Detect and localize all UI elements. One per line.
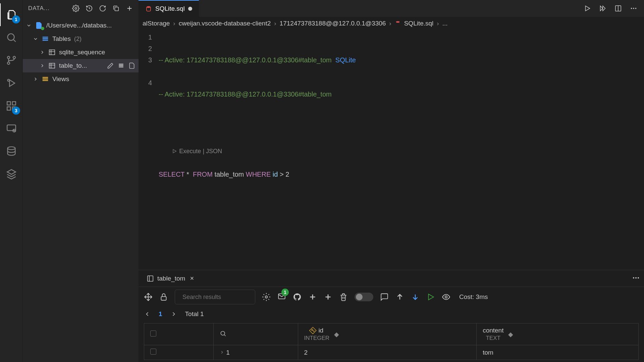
svg-point-32: [633, 277, 634, 279]
search-input[interactable]: [182, 294, 260, 301]
activity-database[interactable]: [0, 140, 23, 163]
run-query-icon[interactable]: [426, 293, 435, 301]
row-checkbox[interactable]: [144, 345, 214, 360]
cell-content[interactable]: tom: [477, 345, 639, 360]
svg-point-30: [396, 21, 399, 23]
columns-icon[interactable]: [118, 62, 124, 69]
copy-icon[interactable]: [112, 5, 120, 12]
chevron-right-icon: [33, 76, 38, 82]
table-item-table-tom[interactable]: table_to...: [23, 59, 139, 72]
remote-icon: [6, 123, 17, 134]
checkbox-header[interactable]: [144, 323, 214, 345]
table-row[interactable]: 1 2 tom: [144, 345, 639, 360]
crumb[interactable]: alStorage: [143, 20, 170, 27]
tables-icon: [42, 35, 49, 43]
comment-icon[interactable]: [380, 293, 389, 301]
prev-page-icon[interactable]: [144, 311, 151, 317]
mail-button[interactable]: 1: [277, 292, 286, 302]
search-icon: [6, 32, 17, 43]
views-label: Views: [52, 75, 69, 83]
svg-point-39: [445, 296, 447, 298]
history-icon[interactable]: [86, 5, 93, 12]
svg-rect-7: [7, 107, 10, 110]
column-header-id[interactable]: ⚿id INTEGER ◆: [298, 323, 477, 345]
sort-icon[interactable]: ◆: [334, 330, 339, 338]
next-page-icon[interactable]: [170, 311, 177, 317]
editor-tabs: SQLite.sql: [139, 0, 644, 17]
chevron-right-icon: ›: [389, 20, 391, 27]
cell-id[interactable]: 2: [298, 345, 477, 360]
svg-point-3: [13, 56, 15, 59]
mail-badge: 1: [281, 289, 289, 296]
sidebar-title: DATA...: [28, 5, 68, 12]
column-header-content[interactable]: content TEXT ◆: [477, 323, 639, 345]
activity-extensions[interactable]: 3: [0, 95, 23, 117]
results-tabs: table_tom ×: [139, 270, 644, 287]
move-icon[interactable]: [144, 293, 153, 301]
eye-icon[interactable]: [442, 293, 450, 301]
sidebar-actions: [72, 5, 133, 12]
search-header[interactable]: [213, 323, 298, 345]
chevron-right-icon: ›: [173, 20, 175, 27]
chevron-right-icon: [220, 350, 224, 355]
sort-icon[interactable]: ◆: [508, 330, 513, 338]
github-icon[interactable]: [293, 293, 302, 301]
activity-bar: 1 3: [0, 0, 23, 362]
plus-icon[interactable]: [126, 5, 133, 12]
svg-rect-20: [119, 65, 123, 66]
chevron-right-icon: ›: [274, 20, 276, 27]
svg-point-11: [8, 147, 15, 150]
activity-explorer[interactable]: 1: [0, 3, 23, 26]
sqlite-link[interactable]: SQLite: [335, 56, 356, 64]
connection-node[interactable]: /Users/eve.../databas...: [23, 19, 139, 32]
crumb[interactable]: SQLite.sql: [404, 20, 434, 27]
crumb[interactable]: 1712473783188@@127.0.0.1@3306: [280, 20, 386, 27]
lock-icon[interactable]: [159, 293, 168, 301]
crumb[interactable]: cweijan.vscode-database-client2: [179, 20, 271, 27]
files-badge: 1: [12, 15, 20, 23]
gear-icon[interactable]: [72, 5, 79, 12]
extensions-badge: 3: [12, 107, 20, 115]
table-icon: [48, 62, 56, 69]
activity-layers[interactable]: [0, 163, 23, 186]
svg-point-4: [8, 79, 10, 81]
trash-icon[interactable]: [339, 293, 348, 301]
column-type: INTEGER: [304, 335, 330, 342]
svg-rect-21: [119, 67, 123, 68]
close-icon[interactable]: ×: [190, 275, 194, 282]
editor-tab-sqlite[interactable]: SQLite.sql: [139, 0, 199, 17]
run-all-icon[interactable]: [599, 5, 606, 12]
gear-icon[interactable]: [262, 293, 271, 301]
activity-remote[interactable]: [0, 117, 23, 140]
split-editor-icon[interactable]: [614, 5, 622, 12]
table-name: table_to...: [59, 62, 87, 69]
arrow-down-icon[interactable]: [411, 293, 420, 301]
arrow-up-icon[interactable]: [395, 293, 404, 301]
add-row-icon[interactable]: [308, 293, 317, 301]
code-editor[interactable]: 1234 -- Active: 1712473783188@@127.0.0.1…: [139, 30, 644, 270]
table-item-sqlite-sequence[interactable]: sqlite_sequence: [23, 46, 139, 59]
row-expand[interactable]: 1: [213, 345, 298, 360]
activity-source-control[interactable]: [0, 49, 23, 72]
more-icon[interactable]: [632, 274, 640, 282]
row-actions: [107, 62, 135, 69]
views-node[interactable]: Views: [23, 72, 139, 86]
search-icon: [220, 330, 226, 337]
tables-node[interactable]: Tables (2): [23, 32, 139, 46]
run-icon[interactable]: [584, 5, 591, 12]
search-results-box[interactable]: [175, 290, 255, 304]
codelens-execute[interactable]: Execute | JSON: [172, 145, 222, 157]
file-icon[interactable]: [128, 62, 135, 69]
refresh-icon[interactable]: [99, 5, 106, 12]
activity-debug[interactable]: [0, 72, 23, 95]
add-column-icon[interactable]: [324, 293, 332, 301]
pagination: 1 Total 1: [139, 307, 644, 321]
svg-rect-13: [115, 7, 118, 11]
edit-icon[interactable]: [107, 62, 114, 69]
toggle-switch[interactable]: [355, 293, 373, 301]
breadcrumb: alStorage › cweijan.vscode-database-clie…: [139, 17, 644, 30]
activity-search[interactable]: [0, 26, 23, 49]
crumb[interactable]: ...: [442, 20, 448, 27]
results-tab-table-tom[interactable]: table_tom ×: [143, 270, 198, 287]
more-icon[interactable]: [630, 5, 637, 12]
